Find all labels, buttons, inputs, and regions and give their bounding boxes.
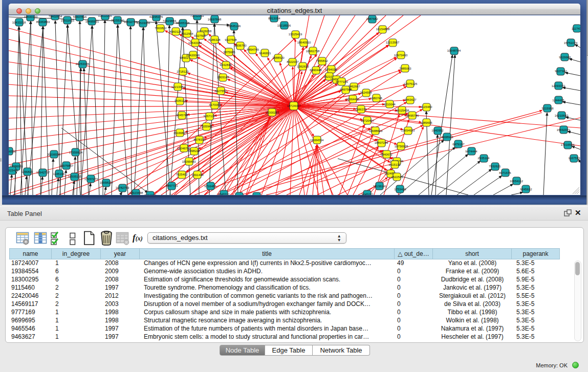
svg-text:12942737: 12942737 — [36, 171, 50, 174]
svg-text:1089695: 1089695 — [420, 121, 432, 124]
svg-text:1145194: 1145194 — [53, 172, 66, 176]
svg-text:1573640: 1573640 — [233, 194, 246, 195]
svg-text:15300263: 15300263 — [266, 111, 279, 114]
svg-text:75255341: 75255341 — [111, 19, 125, 22]
svg-text:9464219: 9464219 — [144, 194, 157, 195]
svg-text:19600133: 19600133 — [24, 15, 38, 18]
svg-text:10958107: 10958107 — [100, 181, 114, 184]
svg-text:1615132: 1615132 — [388, 163, 401, 166]
svg-text:9146821: 9146821 — [259, 52, 271, 55]
svg-text:6210044: 6210044 — [383, 103, 396, 106]
svg-text:79402654: 79402654 — [49, 15, 62, 18]
svg-text:8186328: 8186328 — [208, 38, 221, 41]
svg-text:8960124: 8960124 — [169, 30, 182, 33]
svg-text:13325419: 13325419 — [289, 33, 302, 36]
svg-text:6794028: 6794028 — [325, 68, 337, 71]
svg-text:1167533: 1167533 — [569, 157, 580, 160]
svg-text:19384554: 19384554 — [310, 139, 324, 142]
svg-text:13654923: 13654923 — [401, 129, 415, 132]
svg-text:16782759: 16782759 — [116, 186, 129, 189]
svg-text:22420046: 22420046 — [186, 54, 200, 57]
svg-text:7535949: 7535949 — [200, 125, 212, 128]
svg-text:3267130: 3267130 — [203, 115, 215, 118]
svg-text:2718120: 2718120 — [177, 70, 189, 73]
svg-text:17016504: 17016504 — [561, 143, 575, 146]
svg-text:2803144: 2803144 — [217, 76, 229, 79]
svg-text:18640910: 18640910 — [297, 41, 311, 44]
svg-text:6990448: 6990448 — [310, 69, 322, 72]
svg-text:3624554: 3624554 — [360, 91, 372, 94]
svg-text:1080748: 1080748 — [370, 97, 382, 100]
svg-text:15751074: 15751074 — [564, 41, 578, 45]
svg-text:3215958: 3215958 — [541, 107, 554, 110]
svg-text:8322037: 8322037 — [287, 60, 299, 63]
svg-text:71012269: 71012269 — [190, 15, 204, 17]
svg-text:7625402: 7625402 — [176, 173, 188, 176]
svg-text:15692971: 15692971 — [557, 128, 571, 132]
svg-text:1640952: 1640952 — [431, 129, 444, 132]
svg-text:16210643: 16210643 — [555, 114, 569, 117]
svg-text:01845146: 01845146 — [227, 25, 241, 28]
svg-text:2588520: 2588520 — [272, 56, 285, 59]
svg-text:7955812: 7955812 — [316, 59, 328, 62]
svg-text:2522541: 2522541 — [391, 176, 403, 179]
svg-text:20253346: 20253346 — [76, 62, 90, 65]
svg-text:9227342: 9227342 — [555, 70, 567, 73]
svg-text:18495746: 18495746 — [405, 114, 419, 117]
svg-text:1156829: 1156829 — [21, 170, 34, 173]
svg-text:16961758: 16961758 — [306, 50, 320, 53]
svg-text:8813054: 8813054 — [268, 17, 280, 20]
svg-text:16154808: 16154808 — [376, 28, 390, 31]
svg-text:9716485: 9716485 — [204, 185, 216, 188]
svg-text:6479197: 6479197 — [452, 143, 465, 146]
svg-text:9840672: 9840672 — [380, 153, 393, 156]
svg-text:9329966: 9329966 — [559, 56, 571, 59]
svg-text:7386372: 7386372 — [355, 108, 367, 111]
svg-text:41395376: 41395376 — [149, 15, 163, 18]
svg-text:7632621: 7632621 — [489, 165, 501, 168]
svg-text:92832764: 92832764 — [124, 20, 138, 24]
svg-text:9777109: 9777109 — [336, 80, 348, 83]
svg-text:8745512: 8745512 — [217, 193, 230, 195]
svg-text:10975867: 10975867 — [60, 164, 74, 167]
svg-text:9327500: 9327500 — [194, 34, 206, 37]
svg-text:9245012: 9245012 — [361, 193, 374, 195]
svg-text:16697848: 16697848 — [208, 18, 222, 21]
svg-text:17957273: 17957273 — [84, 178, 98, 181]
svg-text:15099483: 15099483 — [182, 160, 196, 163]
svg-text:12975125: 12975125 — [404, 82, 418, 85]
svg-text:9045744: 9045744 — [176, 114, 188, 117]
svg-text:3498222: 3498222 — [188, 149, 200, 152]
svg-text:15720407: 15720407 — [361, 119, 375, 122]
svg-text:3875685: 3875685 — [223, 51, 235, 54]
svg-text:2936760: 2936760 — [234, 44, 247, 47]
svg-text:18495931: 18495931 — [85, 20, 99, 23]
svg-text:10433218: 10433218 — [12, 21, 26, 24]
svg-text:12923448: 12923448 — [129, 191, 143, 194]
svg-text:12213382: 12213382 — [171, 85, 185, 89]
svg-text:7663822: 7663822 — [155, 27, 167, 30]
svg-text:3915411: 3915411 — [9, 169, 18, 172]
svg-text:23511615: 23511615 — [61, 19, 75, 22]
svg-text:12093372: 12093372 — [552, 84, 565, 87]
svg-text:20364436: 20364436 — [346, 98, 360, 101]
svg-text:9457721: 9457721 — [166, 184, 178, 187]
svg-text:17359924: 17359924 — [69, 151, 83, 154]
svg-text:19218506: 19218506 — [277, 24, 291, 27]
svg-text:8427552: 8427552 — [214, 90, 227, 93]
svg-text:10654112: 10654112 — [510, 180, 524, 183]
svg-text:2087682: 2087682 — [366, 17, 378, 20]
svg-text:9115460: 9115460 — [421, 105, 433, 108]
svg-text:8471676: 8471676 — [499, 171, 511, 174]
svg-text:18807249: 18807249 — [375, 141, 388, 144]
svg-text:89083863: 89083863 — [36, 20, 50, 24]
svg-text:12213967: 12213967 — [386, 41, 400, 44]
svg-text:9245612: 9245612 — [520, 188, 532, 191]
svg-text:1244415: 1244415 — [552, 99, 564, 102]
svg-text:10025438: 10025438 — [396, 109, 409, 112]
svg-text:8578334: 8578334 — [193, 138, 206, 141]
svg-text:9327508: 9327508 — [225, 38, 237, 41]
svg-text:9474444: 9474444 — [465, 150, 477, 153]
svg-text:10543382: 10543382 — [188, 41, 202, 45]
svg-text:19756928: 19756928 — [395, 145, 408, 148]
